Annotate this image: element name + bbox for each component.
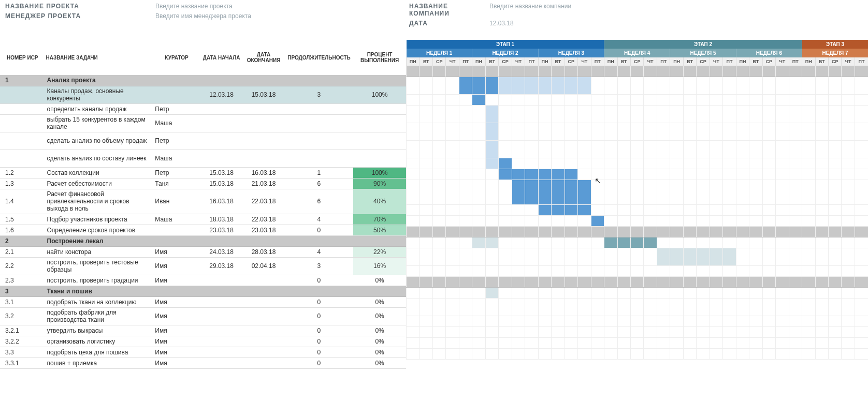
gantt-cell[interactable]: [644, 287, 657, 298]
gantt-cell[interactable]: [419, 158, 432, 169]
gantt-cell[interactable]: [762, 158, 775, 169]
gantt-cell[interactable]: [842, 276, 855, 287]
gantt-cell[interactable]: [657, 265, 670, 276]
cell[interactable]: 0%: [353, 336, 406, 347]
gantt-cell[interactable]: [670, 237, 683, 248]
gantt-cell[interactable]: [697, 316, 710, 326]
gantt-cell[interactable]: [617, 77, 630, 94]
gantt-cell[interactable]: [683, 276, 696, 287]
gantt-cell[interactable]: [789, 265, 802, 276]
gantt-cell[interactable]: [485, 204, 498, 215]
gantt-cell[interactable]: [723, 298, 736, 316]
gantt-cell[interactable]: [723, 66, 736, 77]
gantt-cell[interactable]: [565, 215, 577, 226]
gantt-cell[interactable]: [604, 169, 617, 180]
gantt-cell[interactable]: [697, 180, 710, 204]
gantt-cell[interactable]: [749, 123, 762, 140]
gantt-cell[interactable]: [657, 287, 670, 298]
gantt-cell[interactable]: [630, 180, 643, 204]
gantt-row[interactable]: [407, 265, 869, 276]
gantt-cell[interactable]: [538, 123, 551, 140]
gantt-cell[interactable]: [565, 237, 577, 248]
gantt-cell[interactable]: [749, 158, 762, 169]
gantt-cell[interactable]: [842, 298, 855, 316]
gantt-cell[interactable]: [630, 215, 643, 226]
gantt-cell[interactable]: [736, 77, 749, 94]
gantt-cell[interactable]: [723, 169, 736, 180]
gantt-cell[interactable]: [446, 348, 459, 359]
cell[interactable]: [285, 235, 353, 246]
gantt-cell[interactable]: [472, 316, 485, 326]
gantt-cell[interactable]: [762, 105, 775, 123]
gantt-cell[interactable]: [499, 248, 512, 265]
gantt-cell[interactable]: [670, 276, 683, 287]
cell[interactable]: [200, 286, 242, 296]
gantt-cell[interactable]: [842, 105, 855, 123]
cell[interactable]: 23.03.18: [242, 225, 284, 235]
gantt-cell[interactable]: [723, 237, 736, 248]
gantt-cell[interactable]: [670, 287, 683, 298]
gantt-cell[interactable]: [525, 316, 538, 326]
gantt-cell[interactable]: [829, 316, 842, 326]
gantt-cell[interactable]: [432, 94, 445, 105]
gantt-cell[interactable]: [565, 348, 577, 359]
cell[interactable]: [242, 286, 284, 296]
gantt-cell[interactable]: [604, 326, 617, 337]
gantt-cell[interactable]: [670, 180, 683, 204]
gantt-cell[interactable]: [842, 94, 855, 105]
gantt-cell[interactable]: [617, 248, 630, 265]
day-header[interactable]: ПН: [802, 57, 815, 66]
gantt-cell[interactable]: [617, 265, 630, 276]
gantt-cell[interactable]: [552, 94, 565, 105]
cell[interactable]: [200, 75, 242, 86]
gantt-cell[interactable]: [697, 77, 710, 94]
gantt-cell[interactable]: [842, 180, 855, 204]
gantt-cell[interactable]: [604, 237, 617, 248]
task-row[interactable]: 1.4Расчет финансовой привлекательности и…: [0, 189, 406, 214]
gantt-cell[interactable]: [789, 298, 802, 316]
gantt-cell[interactable]: [749, 77, 762, 94]
gantt-cell[interactable]: [617, 326, 630, 337]
gantt-cell[interactable]: [472, 298, 485, 316]
gantt-cell[interactable]: [762, 66, 775, 77]
gantt-cell[interactable]: [644, 237, 657, 248]
week-header[interactable]: НЕДЕЛЯ 1: [407, 49, 472, 57]
cell[interactable]: подобрать фабрики для производства ткани: [45, 307, 153, 325]
gantt-cell[interactable]: [802, 123, 815, 140]
gantt-cell[interactable]: [815, 276, 828, 287]
gantt-cell[interactable]: [432, 287, 445, 298]
gantt-cell[interactable]: [446, 77, 459, 94]
gantt-cell[interactable]: [697, 326, 710, 337]
date-value[interactable]: 12.03.18: [489, 20, 514, 27]
gantt-cell[interactable]: [459, 348, 472, 359]
cell[interactable]: 50%: [353, 225, 406, 235]
cell[interactable]: 22.03.18: [242, 189, 284, 214]
gantt-cell[interactable]: [525, 215, 538, 226]
gantt-cell[interactable]: [683, 105, 696, 123]
gantt-cell[interactable]: [736, 226, 749, 237]
gantt-cell[interactable]: [644, 298, 657, 316]
week-header[interactable]: НЕДЕЛЯ 7: [802, 49, 868, 57]
gantt-cell[interactable]: [855, 298, 868, 316]
gantt-cell[interactable]: [459, 237, 472, 248]
cell[interactable]: 0: [285, 296, 353, 307]
gantt-cell[interactable]: [578, 348, 591, 359]
gantt-cell[interactable]: [736, 180, 749, 204]
gantt-cell[interactable]: [617, 140, 630, 158]
gantt-cell[interactable]: [749, 105, 762, 123]
cell[interactable]: [353, 132, 406, 150]
gantt-cell[interactable]: [829, 140, 842, 158]
cell[interactable]: [242, 75, 284, 86]
cell[interactable]: [0, 150, 45, 167]
gantt-cell[interactable]: [762, 248, 775, 265]
gantt-cell[interactable]: [432, 326, 445, 337]
gantt-cell[interactable]: [591, 316, 604, 326]
gantt-cell[interactable]: [683, 204, 696, 215]
gantt-cell[interactable]: [829, 287, 842, 298]
gantt-cell[interactable]: [762, 348, 775, 359]
gantt-cell[interactable]: [499, 226, 512, 237]
gantt-cell[interactable]: [855, 237, 868, 248]
gantt-cell[interactable]: [617, 215, 630, 226]
gantt-cell[interactable]: [485, 94, 498, 105]
gantt-cell[interactable]: [538, 77, 551, 94]
